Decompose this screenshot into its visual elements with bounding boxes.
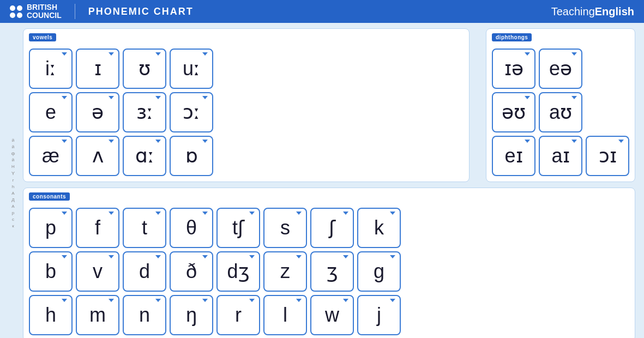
diph-row-1: ɪə eə bbox=[492, 49, 629, 89]
phoneme-symbol: ɒ bbox=[185, 144, 198, 167]
phoneme-card-uu[interactable]: uː bbox=[170, 49, 213, 89]
phoneme-card-zh[interactable]: ʒ bbox=[310, 251, 354, 292]
phoneme-card-w[interactable]: w bbox=[310, 295, 354, 335]
card-corner bbox=[202, 212, 208, 215]
phoneme-card-uu-short[interactable]: ʊ bbox=[123, 49, 166, 89]
card-corner bbox=[109, 96, 114, 99]
phoneme-symbol: l bbox=[283, 304, 287, 327]
consonants-label: consonants bbox=[29, 192, 70, 201]
card-corner bbox=[62, 212, 67, 215]
sidebar-letter: A bbox=[9, 191, 17, 196]
phoneme-card-ae[interactable]: æ bbox=[29, 136, 73, 176]
phoneme-symbol: eɪ bbox=[504, 144, 522, 167]
phoneme-card-schwa[interactable]: ə bbox=[76, 92, 119, 132]
phoneme-symbol: ɑː bbox=[135, 144, 154, 167]
card-corner bbox=[109, 212, 114, 215]
phoneme-card-or[interactable]: ɔː bbox=[170, 92, 213, 132]
phoneme-card-er[interactable]: ɜː bbox=[123, 92, 166, 132]
card-corner bbox=[343, 299, 348, 302]
phoneme-card-ng[interactable]: ŋ bbox=[170, 295, 213, 335]
phoneme-card-p[interactable]: p bbox=[29, 208, 73, 248]
phoneme-card-j[interactable]: j bbox=[357, 295, 401, 335]
card-corner bbox=[618, 140, 624, 143]
phoneme-card-ei[interactable]: eɪ bbox=[492, 136, 535, 176]
sidebar-letter: с bbox=[9, 217, 17, 222]
phoneme-card-ah[interactable]: ɑː bbox=[123, 136, 166, 176]
phoneme-symbol: f bbox=[95, 216, 100, 239]
phoneme-card-v[interactable]: v bbox=[76, 251, 119, 292]
phoneme-card-r[interactable]: r bbox=[216, 295, 260, 335]
phoneme-card-g[interactable]: g bbox=[357, 251, 401, 292]
sidebar-letter: Д bbox=[9, 197, 17, 202]
card-corner bbox=[62, 52, 67, 56]
phoneme-card-o[interactable]: ɒ bbox=[170, 136, 213, 176]
phoneme-card-oi[interactable]: ɔɪ bbox=[586, 136, 629, 176]
sidebar-letter: р bbox=[9, 210, 17, 215]
diph-row-3: eɪ aɪ ɔɪ bbox=[492, 136, 629, 176]
teaching-english-brand: TeachingEnglish bbox=[551, 5, 634, 18]
card-corner bbox=[296, 299, 302, 302]
phoneme-card-l[interactable]: l bbox=[263, 295, 307, 335]
phoneme-card-ii[interactable]: iː bbox=[29, 49, 73, 89]
card-corner bbox=[525, 140, 530, 143]
phoneme-symbol: h bbox=[45, 304, 56, 327]
phoneme-card-wedge[interactable]: ʌ bbox=[76, 136, 119, 176]
phoneme-symbol: r bbox=[235, 304, 242, 327]
phoneme-card-z[interactable]: z bbox=[263, 251, 307, 292]
card-corner bbox=[571, 96, 577, 99]
card-corner bbox=[202, 52, 208, 56]
phoneme-card-t[interactable]: t bbox=[123, 208, 166, 248]
phoneme-card-ai[interactable]: aɪ bbox=[539, 136, 582, 176]
phoneme-symbol: e bbox=[45, 101, 56, 124]
british-council-logo: BRITISH COUNCIL bbox=[10, 3, 62, 20]
sidebar: й й ф й H Y r h A Д А р с к bbox=[9, 28, 17, 333]
consonants-section: consonants p f t bbox=[23, 188, 635, 338]
diphthongs-grid: ɪə eə əʊ bbox=[492, 49, 629, 176]
phoneme-card-n[interactable]: n bbox=[123, 295, 166, 335]
phoneme-card-ia[interactable]: ɪə bbox=[492, 49, 535, 89]
diphthongs-section: diphthongs ɪə eə bbox=[486, 28, 635, 182]
phoneme-card-au[interactable]: aʊ bbox=[539, 92, 582, 132]
sidebar-letter: H bbox=[9, 164, 17, 169]
card-corner bbox=[155, 299, 161, 302]
phoneme-card-k[interactable]: k bbox=[357, 208, 401, 248]
phoneme-symbol: iː bbox=[45, 57, 56, 80]
phoneme-card-e[interactable]: e bbox=[29, 92, 73, 132]
phoneme-card-s[interactable]: s bbox=[263, 208, 307, 248]
page-title: PHONEMIC CHART bbox=[88, 6, 194, 17]
vowels-grid: iː ɪ ʊ uː bbox=[29, 49, 464, 176]
card-corner bbox=[202, 299, 208, 302]
phoneme-card-f[interactable]: f bbox=[76, 208, 119, 248]
phoneme-symbol: j bbox=[377, 304, 381, 327]
card-corner bbox=[343, 212, 348, 215]
phoneme-card-d[interactable]: d bbox=[123, 251, 166, 292]
phoneme-card-i[interactable]: ɪ bbox=[76, 49, 119, 89]
phoneme-symbol: m bbox=[89, 304, 106, 327]
phoneme-card-h[interactable]: h bbox=[29, 295, 73, 335]
sidebar-letter: ф bbox=[9, 151, 17, 156]
phoneme-symbol: v bbox=[93, 260, 103, 283]
phoneme-card-b[interactable]: b bbox=[29, 251, 73, 292]
phoneme-card-m[interactable]: m bbox=[76, 295, 119, 335]
phoneme-card-ch[interactable]: tʃ bbox=[216, 208, 260, 248]
phoneme-symbol: ʃ bbox=[329, 216, 335, 239]
phoneme-card-dz[interactable]: dʒ bbox=[216, 251, 260, 292]
sidebar-letter: й bbox=[9, 158, 17, 162]
main-content: й й ф й H Y r h A Д А р с к vowels bbox=[0, 23, 644, 338]
card-corner bbox=[296, 255, 302, 258]
card-corner bbox=[571, 52, 577, 56]
sidebar-letter: А bbox=[9, 204, 17, 209]
phoneme-symbol: ɪə bbox=[504, 57, 523, 80]
phoneme-card-sh[interactable]: ʃ bbox=[310, 208, 354, 248]
card-corner bbox=[296, 212, 302, 215]
vowels-row-3: æ ʌ ɑː ɒ bbox=[29, 136, 464, 176]
phoneme-symbol: g bbox=[374, 260, 384, 283]
phoneme-symbol: əʊ bbox=[502, 101, 526, 124]
phoneme-card-ou[interactable]: əʊ bbox=[492, 92, 535, 132]
phoneme-card-th[interactable]: θ bbox=[170, 208, 213, 248]
header-divider bbox=[75, 4, 75, 19]
vowels-label: vowels bbox=[29, 33, 56, 41]
phoneme-symbol: s bbox=[280, 216, 290, 239]
phoneme-card-ea[interactable]: eə bbox=[539, 49, 582, 89]
phoneme-card-dh[interactable]: ð bbox=[170, 251, 213, 292]
